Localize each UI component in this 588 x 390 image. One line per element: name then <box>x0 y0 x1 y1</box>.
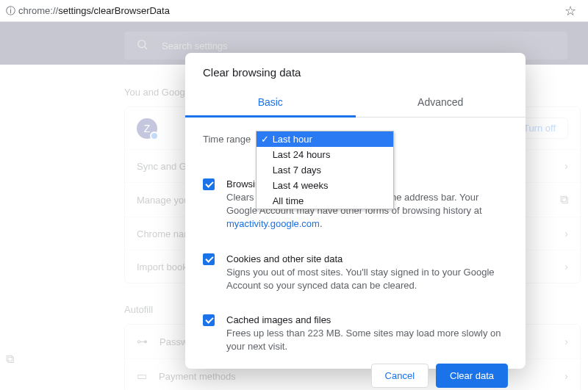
external-link-icon[interactable]: ⧉ <box>6 353 14 366</box>
myactivity-link[interactable]: myactivity.google.com <box>226 218 320 229</box>
clear-data-button[interactable]: Clear data <box>436 364 508 388</box>
cache-checkbox[interactable] <box>203 314 215 326</box>
bookmark-star-icon[interactable]: ☆ <box>564 3 576 19</box>
dialog-tabs: Basic Advanced <box>185 89 526 118</box>
time-range-label: Time range <box>203 134 253 145</box>
avatar: Z <box>137 118 157 139</box>
option-last-4-weeks[interactable]: Last 4 weeks <box>257 178 393 193</box>
key-icon: ⊶ <box>137 335 148 348</box>
option-last-7-days[interactable]: Last 7 days <box>257 162 393 178</box>
cookies-row: Cookies and other site data Signs you ou… <box>203 253 508 292</box>
url-path: /clearBrowserData <box>91 5 170 16</box>
external-link-icon: ⧉ <box>560 193 568 206</box>
cookies-checkbox[interactable] <box>203 253 215 265</box>
url-host: settings <box>58 5 91 16</box>
cache-row: Cached images and files Frees up less th… <box>203 314 508 353</box>
url-lock-icon: ⓘ <box>6 4 15 18</box>
cookies-title: Cookies and other site data <box>226 253 508 264</box>
url-prefix: chrome:// <box>18 5 58 16</box>
cookies-subtitle: Signs you out of most sites. You'll stay… <box>226 266 508 292</box>
sync-badge-icon <box>150 131 159 140</box>
tab-basic[interactable]: Basic <box>185 89 356 117</box>
chevron-right-icon: › <box>564 228 568 239</box>
option-last-24-hours[interactable]: Last 24 hours <box>257 147 393 162</box>
svg-point-0 <box>138 40 146 48</box>
option-all-time[interactable]: All time <box>257 193 393 209</box>
chevron-right-icon: › <box>564 160 568 172</box>
svg-line-1 <box>145 47 147 49</box>
dialog-footer: Cancel Clear data <box>185 353 526 388</box>
dialog-body: Time range Last hour Last 24 hours Last … <box>185 118 526 353</box>
url-display[interactable]: ⓘ chrome:// settings /clearBrowserData <box>6 4 564 18</box>
dialog-title: Clear browsing data <box>185 53 526 89</box>
search-placeholder: Search settings <box>162 40 228 51</box>
option-last-hour[interactable]: Last hour <box>257 131 393 147</box>
chevron-right-icon: › <box>564 336 568 347</box>
cancel-button[interactable]: Cancel <box>371 364 429 388</box>
tab-advanced[interactable]: Advanced <box>356 89 526 117</box>
time-range-dropdown[interactable]: Last hour Last 24 hours Last 7 days Last… <box>256 131 394 209</box>
card-icon: ▭ <box>137 369 147 383</box>
cache-subtitle: Frees up less than 223 MB. Some sites ma… <box>226 327 508 353</box>
browsing-history-checkbox[interactable] <box>203 178 215 190</box>
chevron-right-icon: › <box>564 370 568 382</box>
search-icon <box>136 38 148 53</box>
cache-title: Cached images and files <box>226 314 508 325</box>
chevron-right-icon: › <box>564 261 568 272</box>
clear-browsing-data-dialog: Clear browsing data Basic Advanced Time … <box>185 53 526 369</box>
address-bar[interactable]: ⓘ chrome:// settings /clearBrowserData ☆ <box>0 0 588 22</box>
